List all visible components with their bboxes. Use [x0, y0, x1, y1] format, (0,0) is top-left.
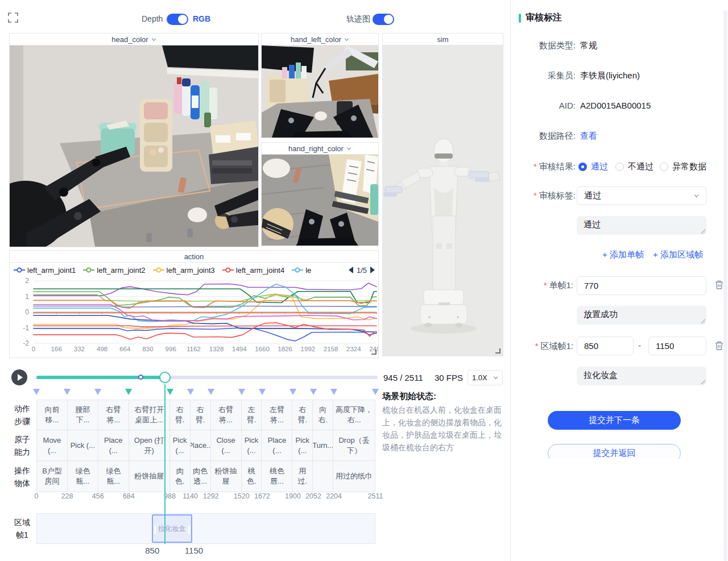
chart-resize-handle[interactable] — [371, 349, 377, 355]
resize-grip-icon[interactable] — [700, 228, 705, 234]
chevron-down-icon — [493, 375, 498, 380]
step-marker-2511[interactable] — [372, 389, 379, 395]
review-tag-select[interactable]: 通过 — [577, 186, 706, 205]
svg-text:1: 1 — [25, 293, 29, 301]
step-marker-2052[interactable] — [310, 389, 317, 395]
tag-note-textarea[interactable]: 通过 — [577, 216, 706, 235]
result-radio-不通过[interactable]: 不通过 — [615, 161, 653, 172]
step-cell[interactable]: 桃色唇... — [262, 461, 292, 492]
legend-item-left_arm_joint1[interactable]: left_arm_joint1 — [14, 266, 76, 275]
single-frame-input[interactable]: 770 — [577, 276, 706, 295]
step-cell[interactable]: Place... — [191, 430, 211, 460]
step-cell[interactable]: 用过. — [292, 461, 313, 492]
delete-single-frame-button[interactable] — [714, 280, 724, 290]
step-cell[interactable]: 用过的纸巾 — [333, 461, 375, 492]
submit-next-button[interactable]: 提交并下一条 — [548, 411, 681, 430]
step-cell[interactable]: Pick (... — [242, 430, 262, 460]
resize-grip-icon[interactable] — [700, 318, 705, 323]
submit-back-button[interactable]: 提交并返回 — [548, 444, 681, 459]
sim-resize-handle[interactable] — [495, 348, 500, 354]
step-cell[interactable]: 肉色透... — [191, 461, 211, 492]
step-cell[interactable] — [313, 461, 333, 492]
step-cell[interactable]: Turn... — [313, 430, 333, 460]
step-marker-456[interactable] — [94, 389, 101, 395]
step-cell[interactable]: 桃色. — [242, 461, 262, 492]
step-cell[interactable]: 左臂将... — [262, 400, 292, 430]
step-cell[interactable]: Pick (... — [292, 430, 313, 460]
hand-left-camera-select[interactable]: hand_left_color — [262, 34, 378, 45]
data-path-view-link[interactable]: 查看 — [580, 131, 597, 142]
add-region-frame-link[interactable]: + 添加区域帧 — [653, 250, 703, 260]
fullscreen-icon[interactable] — [8, 13, 18, 23]
region-end-handle[interactable] — [188, 525, 190, 534]
aid-value: A2D0015AB00015 — [580, 101, 651, 110]
region-start-input[interactable]: 850 — [577, 336, 634, 355]
single-frame-note-textarea[interactable]: 放置成功 — [577, 306, 706, 325]
step-cell[interactable]: 绿色瓶... — [98, 461, 129, 492]
legend-prev-button[interactable] — [349, 267, 353, 273]
legend-item-left_arm_joint3[interactable]: left_arm_joint3 — [153, 266, 215, 275]
step-cell[interactable]: 高度下降，右... — [333, 400, 375, 430]
region-frame-block[interactable]: 拉化妆盒 — [152, 514, 192, 543]
step-cell[interactable]: 向前移... — [37, 400, 68, 430]
rgb-label: RGB — [193, 14, 210, 23]
step-marker-1292[interactable] — [208, 389, 214, 395]
depth-rgb-toggle[interactable] — [167, 14, 188, 25]
radio-unchecked-icon[interactable] — [660, 163, 668, 171]
play-button[interactable] — [11, 369, 27, 385]
legend-item-left_arm_joint4[interactable]: left_arm_joint4 — [222, 266, 284, 275]
step-cell[interactable]: 右臂. — [191, 400, 211, 430]
current-frame-line[interactable] — [164, 384, 166, 544]
region-end-input[interactable]: 1150 — [648, 336, 706, 355]
step-marker-1900[interactable] — [289, 389, 296, 395]
step-cell[interactable]: Pick (... — [68, 430, 98, 460]
region-start-handle[interactable] — [154, 525, 156, 534]
step-cell[interactable]: 右臂将... — [98, 400, 129, 430]
step-marker-1520[interactable] — [238, 389, 245, 395]
step-marker-0[interactable] — [33, 389, 40, 395]
step-cell[interactable]: 肉色. — [170, 461, 191, 492]
playback-speed-select[interactable]: 1.0X — [468, 370, 503, 385]
timeline-slider[interactable] — [36, 376, 378, 379]
hand-right-camera-select[interactable]: hand_right_color — [262, 143, 378, 155]
table-row: B户型房间绿色瓶...绿色瓶...粉饼抽屉肉色.肉色透...粉饼抽屉桃色.桃色唇… — [36, 461, 375, 492]
step-cell[interactable]: Place (... — [262, 430, 292, 460]
step-cell[interactable]: 向右. — [313, 400, 333, 430]
resize-grip-icon[interactable] — [700, 379, 705, 384]
legend-item-left_arm_joint2[interactable]: left_arm_joint2 — [83, 266, 145, 275]
step-cell[interactable]: Close (... — [211, 430, 242, 460]
step-marker-684[interactable] — [125, 389, 132, 395]
legend-next-button[interactable] — [370, 267, 375, 273]
legend-item-le[interactable]: le — [292, 266, 311, 275]
radio-checked-icon[interactable] — [578, 163, 587, 171]
step-marker-988[interactable] — [167, 389, 173, 395]
svg-text:0: 0 — [25, 308, 29, 316]
required-mark: * — [533, 161, 537, 171]
result-radio-异常数据[interactable]: 异常数据 — [660, 161, 706, 172]
step-cell[interactable]: 腰部下... — [68, 400, 98, 430]
region-frame-note-textarea[interactable]: 拉化妆盒 — [577, 367, 706, 385]
trajectory-toggle[interactable] — [373, 14, 394, 25]
step-cell[interactable]: Place (... — [98, 430, 129, 460]
add-single-frame-link[interactable]: + 添加单帧 — [602, 250, 644, 260]
step-cell[interactable]: 粉饼抽屉 — [211, 461, 242, 492]
step-marker-1140[interactable] — [187, 389, 194, 395]
step-cell[interactable]: Drop（丢下） — [333, 430, 375, 460]
head-color-camera-select[interactable]: head_color — [10, 34, 258, 45]
step-cell[interactable]: B户型房间 — [37, 461, 68, 492]
step-cell[interactable]: 右臂将... — [211, 400, 242, 430]
step-marker-228[interactable] — [64, 389, 71, 395]
slider-handle[interactable] — [159, 372, 171, 383]
step-cell[interactable]: Pick (... — [170, 430, 191, 460]
step-cell[interactable]: Move (... — [37, 430, 68, 460]
step-cell[interactable]: 右臂. — [170, 400, 191, 430]
step-cell[interactable]: 左臂. — [242, 400, 262, 430]
radio-unchecked-icon[interactable] — [615, 163, 624, 171]
delete-region-frame-button[interactable] — [714, 340, 724, 351]
step-marker-2204[interactable] — [330, 389, 337, 395]
result-radio-通过[interactable]: 通过 — [578, 161, 608, 172]
step-cell[interactable]: 右臂. — [292, 400, 313, 430]
scrollbar[interactable] — [723, 10, 727, 561]
step-cell[interactable]: 绿色瓶... — [68, 461, 98, 492]
step-marker-1672[interactable] — [259, 389, 266, 395]
